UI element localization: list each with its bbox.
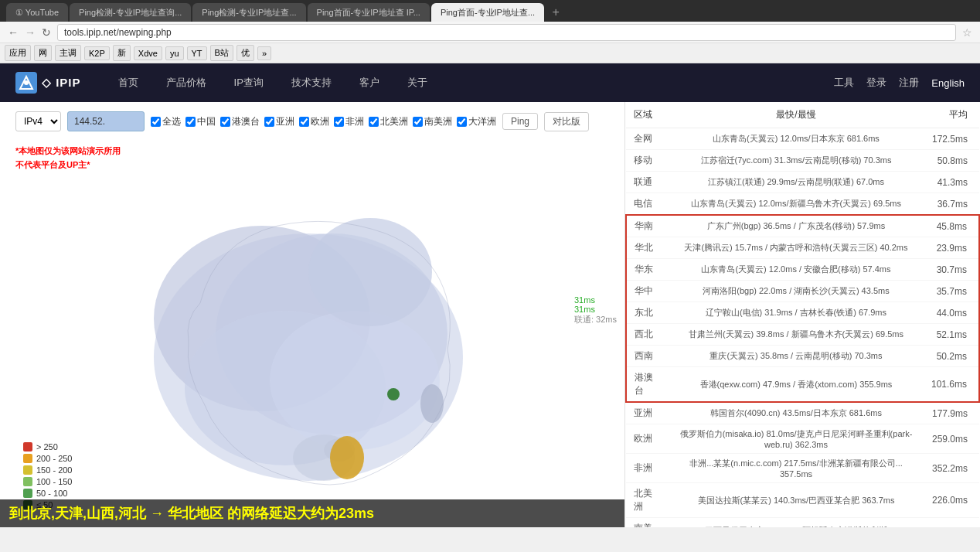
- svg-point-8: [420, 384, 444, 423]
- toolbar-yu[interactable]: yu: [165, 46, 184, 60]
- results-table: 区域 最快/最慢 平均 全网山东青岛(天翼云) 12.0ms/日本东京 681.…: [625, 102, 980, 527]
- legend-item-50-100: 50 - 100: [23, 489, 72, 498]
- toolbar-you[interactable]: 优: [236, 45, 254, 61]
- speed-cell: 天津(腾讯云) 15.7ms / 内蒙古呼和浩特(天翼云三区) 40.2ms: [669, 237, 924, 259]
- region-cell: 非洲: [626, 454, 669, 483]
- avg-cell: 41.3ms: [924, 172, 979, 193]
- checkbox-europe[interactable]: 欧洲: [299, 115, 329, 128]
- table-row: 西南重庆(天翼云) 35.8ms / 云南昆明(移动) 70.3ms50.2ms: [626, 346, 979, 367]
- checkbox-samerica[interactable]: 南美洲: [413, 115, 452, 128]
- tab-ping2[interactable]: Ping检测-专业IP地址查...: [192, 3, 305, 22]
- avg-cell: 52.1ms: [924, 324, 979, 346]
- speed-cell: 广东广州(bgp) 36.5ms / 广东茂名(移动) 57.9ms: [669, 215, 924, 237]
- nav-pricing[interactable]: 产品价格: [160, 72, 213, 94]
- reload-button[interactable]: ↻: [42, 26, 51, 39]
- speed-cell: 江苏宿迁(7yc.com) 31.3ms/云南昆明(移动) 70.3ms: [669, 150, 924, 172]
- table-row: 华东山东青岛(天翼云) 12.0ms / 安徽合肥(移动) 57.4ms30.7…: [626, 259, 979, 281]
- nav-about[interactable]: 关于: [401, 72, 434, 94]
- nav-right: 工具 登录 注册 English: [834, 76, 965, 90]
- table-row: 南美洲巴西圣保罗内心 321.5ms/阿根廷布宜诺斯艾利斯(latincloud…: [626, 518, 979, 528]
- address-bar: ← → ↻ ☆: [0, 22, 980, 43]
- legend-color-200-250: [23, 454, 32, 463]
- region-cell: 港澳台: [626, 367, 669, 403]
- navbar: ◇ IPIP 首页 产品价格 IP查询 技术支持 客户 关于 工具 登录 注册 …: [0, 63, 980, 102]
- toolbar-apps[interactable]: 应用: [5, 45, 31, 61]
- table-row: 亚洲韩国首尔(4090.cn) 43.5ms/日本东京 681.6ms177.9…: [626, 402, 979, 424]
- star-button[interactable]: ☆: [962, 26, 972, 39]
- svg-point-7: [308, 218, 432, 326]
- toolbar-more[interactable]: »: [257, 46, 271, 60]
- new-tab-button[interactable]: +: [546, 3, 566, 22]
- tab-ping4[interactable]: Ping首面-专业IP地址查...: [431, 3, 544, 22]
- nav-ip-query[interactable]: IP查询: [228, 72, 270, 94]
- checkbox-hkmacao[interactable]: 港澳台: [220, 115, 260, 128]
- toolbar-yt[interactable]: YT: [187, 46, 207, 60]
- table-area[interactable]: 区域 最快/最慢 平均 全网山东青岛(天翼云) 12.0ms/日本东京 681.…: [624, 102, 980, 527]
- region-cell: 全网: [626, 128, 669, 150]
- address-input[interactable]: [57, 24, 956, 41]
- speed-cell: 甘肃兰州(天翼云) 39.8ms / 新疆乌鲁木齐(天翼云) 69.5ms: [669, 324, 924, 346]
- speed-cell: 江苏镇江(联通) 29.9ms/云南昆明(联通) 67.0ms: [669, 172, 924, 193]
- region-cell: 华北: [626, 237, 669, 259]
- checkbox-asia[interactable]: 亚洲: [264, 115, 294, 128]
- avg-cell: 101.6ms: [924, 367, 979, 403]
- tab-ping3[interactable]: Ping首面-专业IP地址查 IP...: [308, 3, 430, 22]
- avg-cell: 172.5ms: [924, 128, 979, 150]
- nav-english[interactable]: English: [931, 77, 965, 89]
- avg-cell: 23.9ms: [924, 237, 979, 259]
- tab-ping1[interactable]: Ping检测-专业IP地址查询...: [70, 3, 191, 22]
- avg-cell: 44.0ms: [924, 302, 979, 324]
- region-cell: 亚洲: [626, 402, 669, 424]
- ping-button[interactable]: Ping: [502, 113, 538, 130]
- tab-youtube[interactable]: ① YouTube: [6, 3, 68, 22]
- table-row: 东北辽宁鞍山(电信) 31.9ms / 吉林长春(铁通) 67.9ms44.0m…: [626, 302, 979, 324]
- speed-cell: 韩国首尔(4090.cn) 43.5ms/日本东京 681.6ms: [669, 402, 924, 424]
- table-row: 电信山东青岛(天翼云) 12.0ms/新疆乌鲁木齐(天翼云) 69.5ms36.…: [626, 193, 979, 216]
- table-row: 华南广东广州(bgp) 36.5ms / 广东茂名(移动) 57.9ms45.8…: [626, 215, 979, 237]
- toolbar-b[interactable]: B站: [210, 45, 233, 61]
- region-cell: 联通: [626, 172, 669, 193]
- nav-support[interactable]: 技术支持: [285, 72, 338, 94]
- avg-cell: 50.2ms: [924, 346, 979, 367]
- checkbox-africa[interactable]: 非洲: [334, 115, 364, 128]
- back-button[interactable]: ←: [8, 26, 19, 39]
- avg-cell: 30.7ms: [924, 259, 979, 281]
- avg-cell: 35.7ms: [924, 281, 979, 302]
- toolbar-k2p[interactable]: K2P: [84, 46, 110, 60]
- map-svg: [61, 148, 563, 520]
- avg-cell: 45.8ms: [924, 215, 979, 237]
- svg-point-12: [387, 388, 400, 400]
- content: IPv4 IPv6 全选 中国 港澳台 亚洲 欧洲 非洲 北美洲 南美洲 大洋洲…: [0, 102, 980, 527]
- map-svg-container: 31ms 31ms 联通: 32ms: [0, 141, 624, 527]
- avg-cell: 226.0ms: [924, 483, 979, 518]
- checkbox-china[interactable]: 中国: [185, 115, 216, 128]
- region-cell: 电信: [626, 193, 669, 216]
- checkbox-all[interactable]: 全选: [151, 115, 181, 128]
- avg-cell: 379.4ms: [924, 518, 979, 528]
- nav-client[interactable]: 客户: [353, 72, 386, 94]
- toolbar-network[interactable]: 网: [34, 45, 52, 61]
- controls-row: IPv4 IPv6 全选 中国 港澳台 亚洲 欧洲 非洲 北美洲 南美洲 大洋洲…: [15, 111, 609, 131]
- forward-button[interactable]: →: [25, 26, 36, 39]
- speed-cell: 俄罗斯伯力(misaka.io) 81.0ms/捷克卢日尼采河畔圣重利(park…: [669, 424, 924, 454]
- legend-item-200-250: 200 - 250: [23, 454, 72, 463]
- compare-button[interactable]: 对比版: [544, 112, 589, 131]
- nav-login[interactable]: 登录: [866, 76, 886, 90]
- toolbar-main[interactable]: 主调: [55, 45, 81, 61]
- checkbox-namerica[interactable]: 北美洲: [369, 115, 408, 128]
- ip-version-select[interactable]: IPv4 IPv6: [15, 111, 61, 131]
- nav-tools[interactable]: 工具: [834, 76, 854, 90]
- toolbar-dve[interactable]: Xdve: [134, 46, 162, 60]
- checkbox-oceania[interactable]: 大洋洲: [457, 115, 496, 128]
- ip-input[interactable]: [67, 111, 145, 131]
- table-row: 北美洲美国达拉斯(某某云) 140.3ms/巴西亚某合肥 363.7ms226.…: [626, 483, 979, 518]
- toolbar-new[interactable]: 新: [113, 45, 131, 61]
- speed-cell: 香港(qexw.com) 47.9ms / 香港(xtom.com) 355.9…: [669, 367, 924, 403]
- logo-icon: [15, 72, 37, 94]
- speed-cell: 重庆(天翼云) 35.8ms / 云南昆明(移动) 70.3ms: [669, 346, 924, 367]
- table-row: 全网山东青岛(天翼云) 12.0ms/日本东京 681.6ms172.5ms: [626, 128, 979, 150]
- nav-register[interactable]: 注册: [899, 76, 919, 90]
- speed-cell: 山东青岛(天翼云) 12.0ms/新疆乌鲁木齐(天翼云) 69.5ms: [669, 193, 924, 216]
- table-header-row: 区域 最快/最慢 平均: [626, 102, 979, 128]
- nav-home[interactable]: 首页: [112, 72, 145, 94]
